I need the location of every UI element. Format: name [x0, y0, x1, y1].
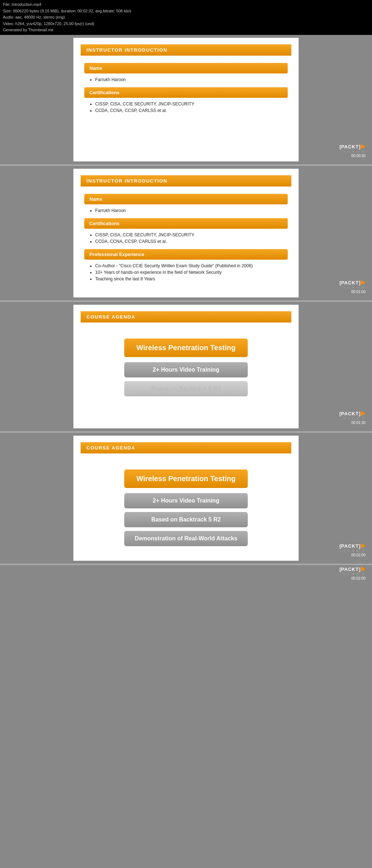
packt-play-icon-3	[361, 411, 365, 416]
agenda-item-wpt-2: Wireless Penetration Testing	[124, 469, 248, 488]
name-list-2: Farrukh Haroon	[84, 208, 288, 213]
exp-list-2: Co-Author - "Cisco CCIE Security Written…	[84, 263, 288, 281]
certs-bar-2: Certifications	[84, 218, 288, 229]
packt-text-2: PACKT	[341, 280, 359, 285]
packt-time-2: 00:01:00	[351, 290, 365, 294]
packt-time-4: 00:02:00	[351, 553, 365, 557]
packt-close-bracket-4: ]	[359, 543, 360, 549]
packt-play-icon-1	[361, 144, 365, 149]
name-item-1: Farrukh Haroon	[95, 77, 288, 82]
agenda-item-wpt-1: Wireless Penetration Testing	[124, 339, 248, 357]
packt-logo-1: [ PACKT ]	[340, 144, 366, 149]
name-item-2: Farrukh Haroon	[95, 208, 288, 213]
packt-badge-3: [ PACKT ] V I D E O 00:01:30	[340, 411, 366, 425]
file-info-line3: Audio: aac, 48000 Hz, stereo (eng)	[3, 14, 369, 21]
section-2-header: INSTRUCTOR INTRODUCTION	[81, 175, 291, 187]
packt-badge-2: [ PACKT ] V I D E O 00:01:00	[340, 280, 366, 294]
packt-logo-5: [ PACKT ]	[340, 567, 366, 572]
file-info-line2: Size: 9606220 bytes (9.16 MiB), duration…	[3, 8, 369, 15]
packt-video-label-4: V I D E O	[343, 549, 365, 552]
packt-time-1: 00:00:30	[351, 154, 365, 158]
agenda-item-backtrack-2: Based on Backtrack 5 R2	[124, 512, 248, 527]
slide-4: COURSE AGENDA Wireless Penetration Testi…	[73, 436, 299, 561]
packt-video-label-3: V I D E O	[343, 417, 365, 420]
packt-time-3: 00:01:30	[351, 421, 365, 425]
section-1-header: INSTRUCTOR INTRODUCTION	[81, 44, 291, 56]
packt-text-3: PACKT	[341, 411, 359, 416]
packt-video-label-1: V I D E O	[343, 150, 365, 153]
section-4-header: COURSE AGENDA	[81, 442, 291, 453]
cert-item-3: CISSP, CISA, CCIE SECURITY, JNCIP-SECURI…	[95, 232, 288, 237]
slide-3: COURSE AGENDA Wireless Penetration Testi…	[73, 305, 299, 428]
packt-time-5: 00:02:00	[351, 576, 365, 580]
packt-close-bracket-1: ]	[359, 144, 360, 149]
exp-item-1: Co-Author - "Cisco CCIE Security Written…	[95, 263, 288, 268]
packt-video-label-2: V I D E O	[343, 286, 365, 289]
slide-1: INSTRUCTOR INTRODUCTION Name Farrukh Har…	[73, 38, 299, 161]
exp-item-3: Teaching since the last 8 Years	[95, 276, 288, 281]
section-4: COURSE AGENDA Wireless Penetration Testi…	[0, 433, 372, 564]
file-info-line1: File: Introduction.mp4	[3, 1, 369, 8]
agenda-item-demo-2: Demonstration of Real-World Attacks	[124, 531, 248, 546]
exp-bar-2: Professional Experience	[84, 249, 288, 260]
packt-video-label-5: V I D E O	[343, 572, 365, 576]
agenda-item-backtrack-1: Based on Backtrack 5 R2	[124, 381, 248, 396]
packt-logo-3: [ PACKT ]	[340, 411, 366, 416]
packt-close-bracket-2: ]	[359, 280, 360, 285]
packt-text-5: PACKT	[341, 567, 359, 572]
certs-bar-1: Certifications	[84, 87, 288, 98]
packt-text-4: PACKT	[341, 543, 359, 549]
packt-logo-4: [ PACKT ]	[340, 543, 366, 549]
cert-item-4: CCDA, CCNA, CCSP, CARLSS et al.	[95, 239, 288, 244]
file-info: File: Introduction.mp4 Size: 9606220 byt…	[0, 0, 372, 35]
packt-play-icon-4	[361, 543, 365, 548]
packt-close-bracket-5: ]	[359, 567, 360, 572]
certs-list-2: CISSP, CISA, CCIE SECURITY, JNCIP-SECURI…	[84, 232, 288, 244]
bottom-section: [ PACKT ] V I D E O 00:02:00	[0, 565, 372, 587]
cert-item-2: CCDA, CCNA, CCSP, CARLSS et al.	[95, 108, 288, 113]
cert-item-1: CISSP, CISA, CCIE SECURITY, JNCIP-SECURI…	[95, 101, 288, 107]
packt-play-icon-5	[361, 567, 365, 572]
agenda-item-video-2: 2+ Hours Video Training	[124, 493, 248, 508]
file-info-line5: Generated by Thumbnail.me	[3, 27, 369, 33]
section-1: INSTRUCTOR INTRODUCTION Name Farrukh Har…	[0, 35, 372, 164]
name-bar-2: Name	[84, 194, 288, 204]
packt-badge-5: [ PACKT ] V I D E O 00:02:00	[340, 567, 366, 580]
name-list-1: Farrukh Haroon	[84, 77, 288, 82]
section-2: INSTRUCTOR INTRODUCTION Name Farrukh Har…	[0, 166, 372, 300]
section-3-header: COURSE AGENDA	[81, 311, 291, 323]
packt-logo-2: [ PACKT ]	[340, 280, 366, 285]
packt-text-1: PACKT	[341, 144, 359, 149]
name-bar-1: Name	[84, 63, 288, 73]
agenda-item-video-1: 2+ Hours Video Training	[124, 362, 248, 377]
section-3: COURSE AGENDA Wireless Penetration Testi…	[0, 302, 372, 431]
exp-item-2: 10+ Years of hands-on experience in the …	[95, 270, 288, 275]
certs-list-1: CISSP, CISA, CCIE SECURITY, JNCIP-SECURI…	[84, 101, 288, 113]
packt-badge-4: [ PACKT ] V I D E O 00:02:00	[340, 543, 366, 557]
packt-close-bracket-3: ]	[359, 411, 360, 416]
slide-2: INSTRUCTOR INTRODUCTION Name Farrukh Har…	[73, 169, 299, 297]
file-info-line4: Video: h264, yuv420p, 1280x720, 25.00 fp…	[3, 21, 369, 27]
packt-play-icon-2	[361, 280, 365, 285]
packt-badge-1: [ PACKT ] V I D E O 00:00:30	[340, 144, 366, 158]
